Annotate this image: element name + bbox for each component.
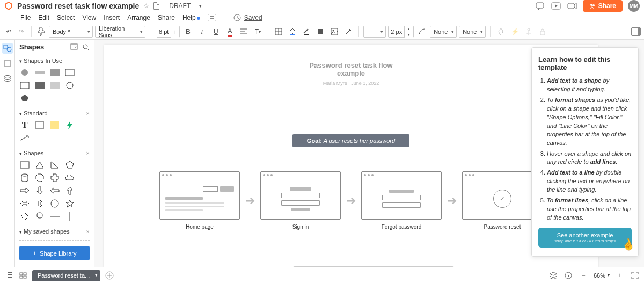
star-icon[interactable]: ☆ (143, 2, 149, 10)
menu-share[interactable]: Share (158, 14, 175, 21)
shape-lightning[interactable] (64, 121, 75, 129)
grid-view-icon[interactable] (18, 271, 28, 280)
draft-status-dropdown[interactable]: DRAFT▾ (169, 2, 202, 10)
shape-star[interactable] (64, 199, 75, 208)
present-icon[interactable] (551, 2, 561, 10)
layers-icon[interactable] (548, 271, 558, 280)
italic-button[interactable]: I (196, 26, 208, 38)
shape-arrow-up[interactable] (64, 186, 75, 195)
lightning-icon[interactable]: ⚡ (509, 26, 521, 38)
shape-rect-gray-fill[interactable] (49, 68, 60, 77)
font-size-stepper[interactable]: − 8 pt + (148, 26, 180, 38)
shape-arrow-line[interactable] (19, 134, 30, 142)
share-button[interactable]: Share (583, 0, 623, 12)
shape-note[interactable] (49, 121, 60, 129)
shape-badge[interactable] (34, 212, 45, 221)
section-standard-label[interactable]: Standard (24, 110, 48, 117)
font-size-increase[interactable]: + (171, 26, 179, 38)
align-button[interactable] (238, 26, 250, 38)
shape-rect-light[interactable] (49, 81, 60, 90)
shape-line-gray[interactable] (34, 68, 45, 77)
wireframe-home[interactable] (159, 171, 240, 220)
format-painter-icon[interactable] (36, 26, 47, 37)
wireframe-signin[interactable] (260, 171, 341, 220)
magic-icon[interactable] (342, 26, 354, 38)
section-saved-label[interactable]: My saved shapes (24, 228, 70, 235)
shape-rect-outline[interactable] (64, 68, 75, 77)
shape-circle[interactable] (49, 199, 60, 208)
list-view-icon[interactable] (4, 271, 14, 280)
shapes-tool-button[interactable] (2, 43, 13, 54)
menu-help[interactable]: Help (182, 14, 200, 21)
shape-right-triangle[interactable] (49, 161, 60, 169)
image-search-icon[interactable] (70, 43, 78, 51)
shape-arrow-leftright[interactable] (19, 199, 30, 208)
shape-triangle[interactable] (34, 161, 45, 169)
zoom-out-button[interactable]: − (579, 271, 588, 280)
document-title[interactable]: Password reset task flow example (17, 2, 139, 10)
menu-insert[interactable]: Insert (104, 14, 120, 21)
search-icon[interactable] (82, 43, 90, 51)
line-style-dropdown[interactable] (363, 26, 386, 38)
shape-circle-outline[interactable] (64, 81, 75, 90)
shape-arrow-right[interactable] (19, 186, 30, 195)
redo-button[interactable]: ↷ (16, 26, 27, 37)
anchor-icon[interactable] (523, 26, 535, 38)
menu-file[interactable]: File (20, 14, 31, 21)
shape-vline[interactable] (64, 212, 75, 221)
arrow-end-dropdown[interactable]: None (459, 26, 486, 38)
info-icon[interactable] (564, 271, 573, 280)
font-family-dropdown[interactable]: Liberation Sans (95, 26, 145, 38)
shape-arrow-left[interactable] (49, 186, 60, 195)
menu-edit[interactable]: Edit (38, 14, 49, 21)
undo-button[interactable]: ↶ (3, 26, 14, 37)
shape-diamond[interactable] (19, 212, 30, 221)
shape-cylinder[interactable] (19, 173, 30, 182)
bold-button[interactable]: B (182, 26, 194, 38)
arrow-start-dropdown[interactable]: None (430, 26, 457, 38)
shape-rect-dark[interactable] (34, 81, 45, 90)
font-size-decrease[interactable]: − (148, 26, 157, 38)
text-color-button[interactable]: A (224, 26, 236, 38)
section-in-use-label[interactable]: Shapes In Use (24, 57, 62, 64)
close-icon[interactable]: × (86, 228, 90, 235)
line-color-button[interactable] (301, 26, 312, 38)
close-icon[interactable]: × (86, 150, 90, 156)
wireframe-reset[interactable]: ✓ (462, 171, 543, 220)
menu-view[interactable]: View (82, 14, 96, 21)
shape-library-button[interactable]: +Shape Library (19, 246, 90, 260)
canvas-title[interactable]: Password reset task flow example (297, 61, 405, 79)
shape-cross[interactable] (49, 173, 60, 182)
saved-status[interactable]: Saved (244, 14, 262, 21)
menu-arrange[interactable]: Arrange (127, 14, 150, 21)
shape-text[interactable]: T (19, 121, 30, 129)
fill-color-button[interactable] (287, 26, 298, 38)
container-tool-button[interactable] (2, 58, 13, 69)
goal-box[interactable]: Goal: A user resets her password (292, 134, 409, 147)
text-style-dropdown[interactable]: Body * (49, 26, 93, 38)
close-icon[interactable]: × (86, 110, 90, 117)
canvas[interactable]: Password reset task flow example Maria M… (104, 45, 598, 269)
line-curve-icon[interactable] (416, 26, 428, 38)
shape-rectangle[interactable] (19, 161, 30, 169)
shape-cloud[interactable] (64, 173, 75, 182)
zoom-dropdown[interactable]: 66% ▾ (594, 272, 610, 279)
wireframe-forgot[interactable] (361, 171, 442, 220)
lock-icon[interactable] (537, 26, 548, 38)
keyboard-icon[interactable] (208, 14, 216, 21)
underline-button[interactable]: U (210, 26, 222, 38)
shape-arrow-updown[interactable] (34, 199, 45, 208)
shape-octagon[interactable] (34, 173, 45, 182)
shape-fill-icon[interactable] (314, 26, 326, 38)
zoom-in-button[interactable]: + (615, 271, 625, 280)
fullscreen-button[interactable] (630, 271, 640, 280)
shape-pentagon-dark[interactable] (19, 94, 30, 103)
link-icon[interactable] (495, 26, 507, 38)
menu-select[interactable]: Select (57, 14, 75, 21)
shape-box-outline[interactable] (34, 121, 45, 129)
app-logo[interactable] (4, 2, 13, 10)
page-tab[interactable]: Password reset ta... (32, 270, 100, 281)
add-page-button[interactable] (105, 271, 114, 280)
avatar[interactable]: MM (628, 0, 640, 12)
shape-arrow-down[interactable] (34, 186, 45, 195)
